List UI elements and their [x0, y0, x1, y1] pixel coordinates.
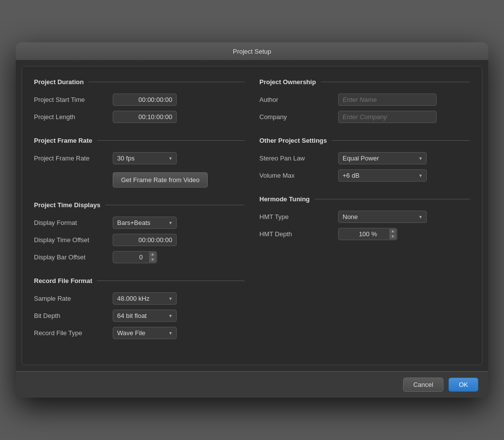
bit-depth-select-wrapper[interactable]: 16 bit 24 bit 32 bit float 64 bit float [113, 310, 177, 322]
sample-rate-select[interactable]: 44.100 kHz 48.000 kHz 96.000 kHz [113, 292, 177, 305]
other-project-settings-section: Other Project Settings Stereo Pan Law Eq… [259, 137, 470, 182]
stereo-pan-law-row: Stereo Pan Law Equal Power Equal Gain -3… [259, 152, 470, 164]
company-row: Company [259, 111, 470, 123]
left-column: Project Duration Project Start Time Proj… [34, 78, 245, 353]
bar-offset-up-button[interactable]: ▲ [149, 252, 156, 257]
hmt-type-label: HMT Type [259, 213, 338, 220]
project-start-time-label: Project Start Time [34, 96, 113, 103]
hmt-depth-input[interactable] [338, 228, 397, 240]
company-label: Company [259, 113, 338, 121]
frame-rate-label: Project Frame Rate [34, 155, 113, 162]
hermode-tuning-header: Hermode Tuning [259, 195, 470, 203]
ok-button[interactable]: OK [448, 377, 478, 392]
author-input[interactable] [338, 94, 437, 106]
record-file-type-select[interactable]: Wave File AIFF File Broadcast Wave [113, 327, 177, 339]
volume-max-select[interactable]: +6 dB +12 dB 0 dB [338, 169, 427, 182]
record-file-type-select-wrapper[interactable]: Wave File AIFF File Broadcast Wave [113, 327, 177, 339]
project-duration-header: Project Duration [34, 78, 245, 86]
section-divider [97, 140, 245, 141]
volume-max-select-wrapper[interactable]: +6 dB +12 dB 0 dB [338, 169, 427, 182]
frame-rate-row: Project Frame Rate 24 fps 25 fps 30 fps … [34, 152, 245, 164]
stereo-pan-law-select[interactable]: Equal Power Equal Gain -3 dB [338, 152, 427, 164]
bar-offset-down-button[interactable]: ▼ [149, 257, 156, 262]
hmt-depth-spinner-buttons: ▲ ▼ [389, 229, 396, 239]
stereo-pan-law-select-wrapper[interactable]: Equal Power Equal Gain -3 dB [338, 152, 427, 164]
hmt-type-row: HMT Type None Adaptive Standard [259, 211, 470, 223]
title-bar: Project Setup [16, 42, 488, 60]
project-ownership-header: Project Ownership [259, 78, 470, 86]
stereo-pan-law-label: Stereo Pan Law [259, 155, 338, 162]
project-length-row: Project Length [34, 111, 245, 123]
display-format-select-wrapper[interactable]: Bars+Beats Timecode Seconds [113, 217, 177, 229]
other-project-settings-title: Other Project Settings [259, 137, 327, 144]
display-format-label: Display Format [34, 219, 113, 226]
project-setup-window: Project Setup Project Duration Project S… [16, 42, 488, 398]
display-time-offset-input[interactable] [113, 234, 177, 246]
company-input[interactable] [338, 111, 437, 123]
record-file-type-row: Record File Type Wave File AIFF File Bro… [34, 327, 245, 339]
content-area: Project Duration Project Start Time Proj… [22, 66, 482, 365]
section-divider [105, 205, 245, 205]
author-label: Author [259, 96, 338, 103]
display-time-offset-label: Display Time Offset [34, 236, 113, 244]
record-file-format-header: Record File Format [34, 277, 245, 284]
author-row: Author [259, 94, 470, 106]
section-divider [97, 281, 245, 281]
hmt-type-select-wrapper[interactable]: None Adaptive Standard [338, 211, 427, 223]
project-frame-rate-section: Project Frame Rate Project Frame Rate 24… [34, 137, 245, 188]
get-frame-rate-row: Get Frame Rate from Video [34, 169, 245, 188]
record-file-type-label: Record File Type [34, 329, 113, 337]
project-length-input[interactable] [113, 111, 177, 123]
hmt-depth-spinner[interactable]: ▲ ▼ [338, 228, 397, 240]
section-divider [332, 140, 470, 141]
right-column: Project Ownership Author Company Other P… [259, 78, 470, 353]
display-bar-offset-label: Display Bar Offset [34, 253, 113, 261]
footer: Cancel OK [16, 371, 488, 398]
sample-rate-row: Sample Rate 44.100 kHz 48.000 kHz 96.000… [34, 292, 245, 305]
hermode-tuning-title: Hermode Tuning [259, 195, 310, 203]
bar-offset-spinner[interactable]: ▲ ▼ [113, 251, 157, 263]
hermode-tuning-section: Hermode Tuning HMT Type None Adaptive St… [259, 195, 470, 240]
project-time-displays-header: Project Time Displays [34, 201, 245, 209]
project-frame-rate-header: Project Frame Rate [34, 137, 245, 144]
project-start-time-input[interactable] [113, 94, 177, 106]
project-frame-rate-title: Project Frame Rate [34, 137, 93, 144]
sample-rate-select-wrapper[interactable]: 44.100 kHz 48.000 kHz 96.000 kHz [113, 292, 177, 305]
section-divider [315, 199, 470, 199]
project-duration-section: Project Duration Project Start Time Proj… [34, 78, 245, 123]
bit-depth-label: Bit Depth [34, 312, 113, 319]
hmt-type-select[interactable]: None Adaptive Standard [338, 211, 427, 223]
volume-max-label: Volume Max [259, 172, 338, 179]
display-bar-offset-row: Display Bar Offset ▲ ▼ [34, 251, 245, 263]
hmt-depth-up-button[interactable]: ▲ [389, 229, 396, 234]
project-start-time-row: Project Start Time [34, 94, 245, 106]
section-divider [89, 82, 245, 82]
sample-rate-label: Sample Rate [34, 295, 113, 302]
cancel-button[interactable]: Cancel [403, 377, 443, 392]
display-time-offset-row: Display Time Offset [34, 234, 245, 246]
record-file-format-title: Record File Format [34, 277, 92, 284]
hmt-depth-down-button[interactable]: ▼ [389, 234, 396, 239]
volume-max-row: Volume Max +6 dB +12 dB 0 dB [259, 169, 470, 182]
bar-offset-spinner-buttons: ▲ ▼ [149, 252, 156, 262]
window-title: Project Setup [233, 48, 271, 55]
hmt-depth-label: HMT Depth [259, 230, 338, 238]
project-length-label: Project Length [34, 113, 113, 121]
project-ownership-section: Project Ownership Author Company [259, 78, 470, 123]
other-project-settings-header: Other Project Settings [259, 137, 470, 144]
project-time-displays-title: Project Time Displays [34, 201, 100, 209]
bit-depth-row: Bit Depth 16 bit 24 bit 32 bit float 64 … [34, 310, 245, 322]
display-format-row: Display Format Bars+Beats Timecode Secon… [34, 217, 245, 229]
section-divider [321, 82, 470, 82]
frame-rate-select-wrapper[interactable]: 24 fps 25 fps 30 fps 60 fps [113, 152, 177, 164]
hmt-depth-row: HMT Depth ▲ ▼ [259, 228, 470, 240]
display-format-select[interactable]: Bars+Beats Timecode Seconds [113, 217, 177, 229]
get-frame-rate-button[interactable]: Get Frame Rate from Video [113, 172, 208, 188]
project-duration-title: Project Duration [34, 78, 84, 86]
project-time-displays-section: Project Time Displays Display Format Bar… [34, 201, 245, 263]
bit-depth-select[interactable]: 16 bit 24 bit 32 bit float 64 bit float [113, 310, 177, 322]
project-ownership-title: Project Ownership [259, 78, 316, 86]
frame-rate-select[interactable]: 24 fps 25 fps 30 fps 60 fps [113, 152, 177, 164]
record-file-format-section: Record File Format Sample Rate 44.100 kH… [34, 277, 245, 339]
